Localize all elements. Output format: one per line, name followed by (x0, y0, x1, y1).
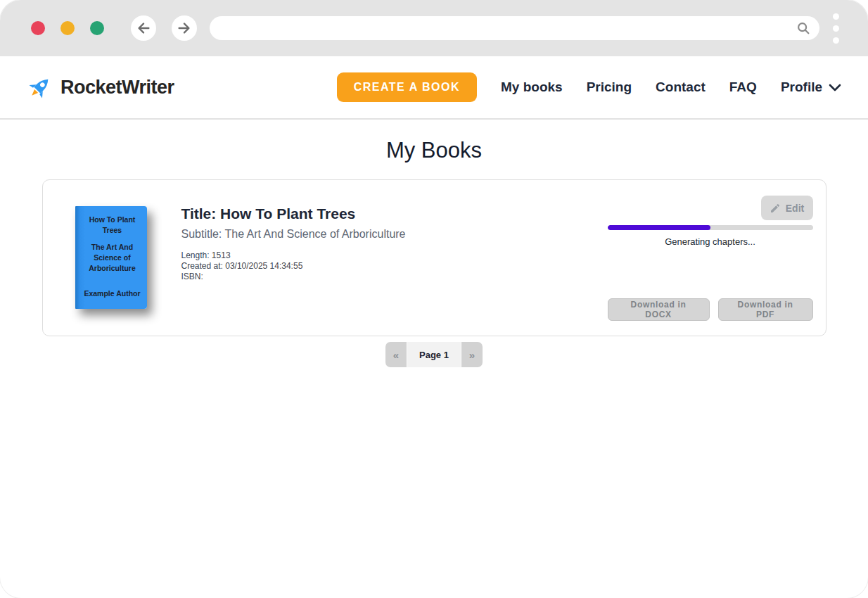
nav-link-pricing[interactable]: Pricing (587, 79, 632, 95)
minimize-window-button[interactable] (60, 21, 75, 35)
nav-link-faq[interactable]: FAQ (729, 79, 757, 95)
nav-link-my-books[interactable]: My books (501, 79, 563, 95)
arrow-right-icon (177, 20, 192, 36)
pagination-prev-button[interactable]: « (385, 342, 407, 367)
pagination-next-button[interactable]: » (461, 342, 483, 367)
book-cover-title: How To Plant Trees (84, 215, 141, 235)
book-card: How To Plant Trees The Art And Science o… (42, 179, 826, 336)
window-controls (31, 21, 104, 35)
arrow-left-icon (136, 20, 151, 36)
browser-forward-button[interactable] (172, 15, 197, 41)
book-subtitle: Subtitle: The Art And Science of Arboric… (181, 228, 406, 241)
book-title: Title: How To Plant Trees (181, 205, 406, 222)
download-docx-button[interactable]: Download in DOCX (608, 298, 710, 321)
search-icon[interactable] (796, 20, 811, 39)
download-buttons: Download in DOCX Download in PDF (608, 298, 813, 321)
pagination: « Page 1 » (0, 342, 868, 367)
book-info: Title: How To Plant Trees Subtitle: The … (181, 205, 406, 282)
nav-link-contact[interactable]: Contact (656, 79, 706, 95)
create-a-book-button[interactable]: CREATE A BOOK (337, 72, 477, 102)
edit-button[interactable]: Edit (761, 196, 813, 220)
url-bar[interactable] (210, 16, 819, 40)
progress-fill (608, 225, 710, 230)
book-actions: Edit Generating chapters... Download in … (608, 196, 813, 321)
browser-back-button[interactable] (131, 15, 156, 41)
brand-text: RocketWriter (60, 77, 174, 98)
book-cover: How To Plant Trees The Art And Science o… (75, 206, 147, 309)
browser-window: RocketWriter CREATE A BOOK My books Pric… (0, 0, 868, 598)
page-title: My Books (0, 138, 868, 163)
download-pdf-button[interactable]: Download in PDF (718, 298, 813, 321)
pencil-icon (770, 203, 781, 214)
book-cover-author: Example Author (84, 288, 141, 299)
browser-chrome (0, 0, 868, 56)
url-input[interactable] (210, 23, 819, 34)
nav-menu: CREATE A BOOK My books Pricing Contact F… (337, 72, 841, 102)
vertical-dots-icon[interactable] (833, 13, 839, 44)
maximize-window-button[interactable] (90, 21, 104, 35)
book-cover-subtitle: The Art And Science of Arboriculture (84, 242, 141, 273)
book-isbn: ISBN: (181, 272, 406, 282)
chevron-down-icon (829, 84, 841, 91)
book-length: Length: 1513 (181, 250, 406, 261)
progress-bar (608, 225, 813, 230)
site-navbar: RocketWriter CREATE A BOOK My books Pric… (0, 56, 868, 120)
progress-caption: Generating chapters... (608, 236, 813, 247)
edit-button-label: Edit (786, 203, 804, 214)
pagination-page-label: Page 1 (407, 342, 461, 367)
profile-menu[interactable]: Profile (781, 79, 841, 95)
close-window-button[interactable] (31, 21, 45, 35)
rocket-icon (27, 74, 53, 101)
brand-logo[interactable]: RocketWriter (27, 74, 174, 101)
profile-label: Profile (781, 79, 822, 95)
book-created-at: Created at: 03/10/2025 14:34:55 (181, 261, 406, 272)
